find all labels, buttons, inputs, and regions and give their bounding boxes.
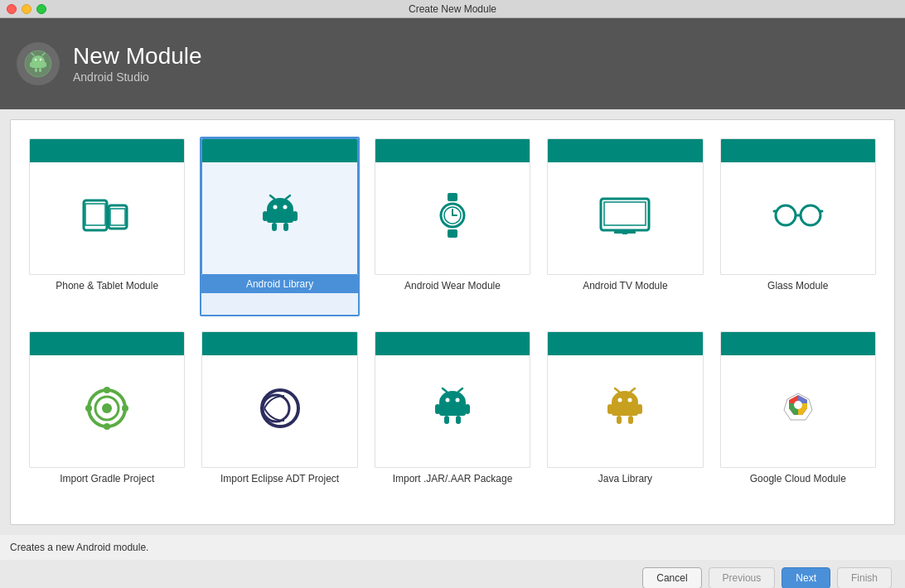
gradle-icon [85, 349, 129, 467]
status-message: Creates a new Android module. [10, 542, 148, 553]
svg-point-70 [794, 401, 802, 409]
svg-rect-12 [85, 204, 105, 225]
svg-point-55 [445, 398, 449, 402]
module-label-glass: Glass Module [720, 280, 876, 292]
cancel-button[interactable]: Cancel [642, 567, 701, 588]
module-card-import-eclipse[interactable]: Import Eclipse ADT Project [200, 330, 359, 508]
module-card-import-gradle[interactable]: Import Gradle Project [27, 330, 186, 508]
module-label-android-wear: Android Wear Module [375, 280, 530, 292]
module-card-image-glass [720, 138, 876, 275]
svg-line-57 [443, 388, 447, 392]
svg-rect-52 [465, 404, 470, 414]
svg-rect-51 [435, 404, 440, 414]
close-button[interactable] [7, 4, 17, 14]
card-top-bar-import-jar-aar [375, 332, 530, 355]
svg-point-43 [104, 387, 110, 393]
svg-line-23 [270, 195, 274, 199]
next-button[interactable]: Next [782, 567, 830, 588]
eclipse-icon [258, 349, 302, 467]
module-card-android-tv[interactable]: Android TV Module [545, 137, 704, 316]
svg-line-24 [286, 195, 290, 199]
module-label-android-tv: Android TV Module [547, 280, 703, 292]
dialog-header: New Module Android Studio [0, 18, 905, 109]
svg-rect-61 [607, 404, 612, 414]
svg-rect-14 [110, 209, 125, 225]
svg-rect-53 [444, 416, 449, 424]
traffic-lights [7, 4, 46, 14]
module-label-import-eclipse: Import Eclipse ADT Project [201, 473, 357, 484]
svg-point-21 [273, 205, 277, 209]
bottom-bar: Cancel Previous Next Finish [0, 560, 905, 588]
svg-rect-50 [439, 402, 466, 416]
google-cloud-icon [776, 349, 820, 467]
window-title: Create New Module [409, 3, 496, 15]
svg-point-42 [102, 403, 112, 413]
svg-point-56 [455, 398, 459, 402]
svg-point-35 [776, 205, 796, 225]
card-top-bar-android-wear [375, 139, 530, 162]
status-bar: Creates a new Android module. [0, 535, 905, 560]
svg-rect-4 [44, 62, 46, 67]
svg-rect-26 [448, 229, 457, 238]
svg-point-45 [85, 405, 92, 412]
module-card-android-wear[interactable]: Android Wear Module [373, 137, 532, 316]
module-grid: Phone & Tablet Module Android Library An… [10, 119, 895, 525]
svg-rect-62 [637, 404, 642, 414]
app-logo [17, 42, 60, 85]
svg-rect-60 [612, 402, 638, 416]
module-card-image-import-gradle [29, 331, 185, 468]
svg-rect-63 [617, 416, 622, 424]
module-card-image-android-wear [375, 138, 530, 275]
svg-rect-17 [263, 211, 268, 221]
module-card-image-import-jar-aar [375, 331, 530, 468]
svg-rect-6 [39, 68, 41, 72]
svg-rect-20 [283, 223, 288, 231]
module-label-import-jar-aar: Import .JAR/.AAR Package [375, 473, 530, 484]
module-card-phone-tablet[interactable]: Phone & Tablet Module [27, 137, 186, 316]
maximize-button[interactable] [36, 4, 46, 14]
svg-point-66 [628, 398, 632, 402]
svg-point-8 [40, 59, 41, 60]
module-label-phone-tablet: Phone & Tablet Module [29, 280, 185, 292]
svg-point-46 [122, 405, 128, 412]
module-card-image-android-tv [547, 138, 703, 275]
card-top-bar-google-cloud [721, 332, 875, 355]
svg-rect-5 [35, 68, 37, 72]
svg-rect-19 [272, 223, 277, 231]
header-text-block: New Module Android Studio [73, 44, 202, 84]
module-card-image-google-cloud [720, 331, 876, 468]
module-card-image-java-library [547, 331, 703, 468]
module-card-import-jar-aar[interactable]: Import .JAR/.AAR Package [373, 330, 532, 508]
module-card-image-android-library [201, 138, 357, 275]
svg-rect-2 [31, 61, 45, 68]
module-label-google-cloud: Google Cloud Module [720, 473, 876, 484]
svg-rect-64 [628, 416, 633, 424]
module-label-java-library: Java Library [547, 473, 703, 484]
svg-line-68 [631, 388, 635, 392]
svg-point-48 [263, 395, 289, 422]
svg-rect-25 [448, 193, 457, 201]
dialog-subtitle: Android Studio [73, 70, 202, 84]
tv-icon [599, 156, 651, 274]
phone-tablet-icon [82, 156, 132, 274]
svg-rect-16 [267, 210, 293, 223]
finish-button[interactable]: Finish [837, 567, 892, 588]
watch-icon [438, 156, 467, 274]
minimize-button[interactable] [22, 4, 31, 14]
module-card-glass[interactable]: Glass Module [719, 137, 878, 316]
previous-button[interactable]: Previous [709, 567, 776, 588]
svg-rect-54 [456, 416, 461, 424]
module-card-java-library[interactable]: Java Library [545, 330, 704, 508]
svg-point-7 [35, 59, 36, 60]
svg-point-44 [104, 423, 110, 430]
svg-point-65 [618, 398, 622, 402]
android-robot-icon [259, 156, 301, 274]
module-card-android-library[interactable]: Android Library [200, 137, 359, 316]
card-top-bar-import-gradle [30, 332, 184, 355]
module-label-import-gradle: Import Gradle Project [29, 473, 185, 484]
svg-rect-32 [604, 202, 646, 225]
card-top-bar-glass [721, 139, 875, 162]
module-card-google-cloud[interactable]: Google Cloud Module [719, 330, 878, 508]
svg-rect-18 [293, 211, 298, 221]
card-top-bar-phone-tablet [30, 139, 184, 162]
